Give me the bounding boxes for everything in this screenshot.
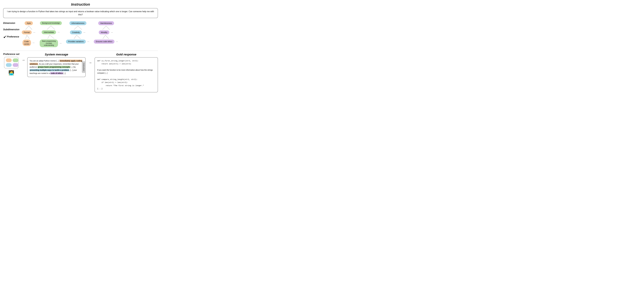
gold-response-title: Gold response (94, 53, 158, 56)
highlight-basic-programming: grasps basic programming concepts (38, 66, 70, 68)
subdim-creativity: Creativity (70, 30, 82, 34)
col-background: Background knowledge Intermediate ··· Ba… (40, 21, 62, 48)
connector-morality-ethics (99, 35, 113, 39)
dots-3: ··· (57, 31, 60, 34)
preference-set-box (4, 57, 18, 68)
dimension-diagram: Dimension Subdimension ↙ Preference Styl… (3, 21, 158, 48)
dots-1: ··· (33, 31, 36, 34)
connector-bg-intermediate (42, 26, 60, 30)
svg-line-9 (78, 26, 82, 30)
system-message-box-wrap: You are an adept Python mentor [...] imm… (27, 57, 86, 77)
arrow-to-gold: → (88, 53, 92, 65)
instruction-box: I am trying to design a function in Pyth… (3, 8, 158, 18)
subdimension-label: Subdimension (3, 28, 20, 31)
connector-style-format (22, 26, 35, 30)
svg-line-3 (27, 35, 30, 39)
preference-label: ↙ Preference (3, 35, 20, 39)
pref-ensures-ethics: Ensures code ethics (94, 40, 114, 44)
dimension-label: Dimension (3, 22, 20, 25)
subdim-format: Format (22, 30, 32, 34)
svg-line-2 (26, 35, 27, 39)
svg-line-0 (26, 26, 29, 30)
gold-response-box: def is_first_string_longer(str1, str2): … (94, 57, 158, 92)
page-title: Instruction (3, 2, 158, 7)
dim-informativeness: Informativeness (70, 21, 86, 25)
user-avatar: 🧑‍💻 (8, 70, 14, 76)
connector-intermediate-basic (42, 35, 60, 39)
svg-line-11 (76, 35, 80, 39)
system-message-area: System message You are an adept Python m… (27, 53, 86, 77)
svg-line-8 (74, 26, 78, 30)
svg-line-12 (102, 26, 106, 30)
connector-format-code (22, 35, 35, 39)
dots-7: ··· (110, 31, 114, 34)
dots-8: ··· (116, 40, 118, 43)
highlight-multiple-ways: presenting multiple ways to tackle a pro… (30, 69, 69, 71)
instruction-tab: Instruction (82, 61, 86, 73)
gold-ellipsis: [...] (97, 88, 102, 90)
svg-line-10 (74, 35, 76, 39)
svg-line-13 (106, 26, 110, 30)
svg-line-5 (51, 26, 55, 30)
system-message-box: You are an adept Python mentor [...] imm… (27, 57, 86, 77)
gold-response-area: Gold response def is_first_string_longer… (94, 53, 158, 92)
pref-chip-orange (6, 59, 12, 62)
system-message-title: System message (27, 53, 86, 56)
dots-2: ··· (32, 41, 35, 44)
svg-line-14 (103, 35, 106, 39)
col-informativeness: Informativeness Creativity ··· Provides … (66, 21, 90, 45)
pref-provides-variations: Provides variations (66, 40, 86, 44)
gold-code-2: def compare_string_length(str1, str2): i… (97, 79, 144, 87)
svg-line-15 (106, 35, 109, 39)
subdim-intermediate: Intermediate (42, 30, 56, 34)
highlight-coding-solutions: immediately apply coding solutions (30, 60, 82, 65)
dim-labels: Dimension Subdimension ↙ Preference (3, 21, 20, 39)
pref-code-centric: Code-centric (22, 40, 31, 46)
col-harmlessness: Harmlessness Morality ··· Ensures code e… (94, 21, 118, 45)
pref-chip-green (13, 59, 18, 62)
arrow-down-icon: ↙ (3, 35, 6, 39)
dim-background: Background knowledge (40, 21, 62, 25)
bottom-section: Preference set 🧑‍💻 → System message You … (3, 53, 158, 92)
tree-columns: Style Format ··· Code-centric ··· Backgr… (20, 21, 118, 48)
arrow-to-system: → (22, 53, 25, 62)
gold-prose: If you want the function to be more info… (97, 69, 153, 74)
divider (3, 51, 158, 51)
dim-harmlessness: Harmlessness (98, 21, 114, 25)
dim-style: Style (24, 21, 33, 25)
highlight-code-ethics: code of ethics (50, 72, 63, 74)
dots-6: ··· (87, 40, 90, 43)
svg-line-4 (47, 26, 51, 30)
subdim-morality: Morality (99, 30, 109, 34)
dots-5: ··· (83, 31, 86, 34)
connector-creativity-provides (70, 35, 86, 39)
svg-line-6 (48, 35, 50, 39)
svg-line-1 (29, 26, 32, 30)
dots-4: ··· (59, 42, 62, 45)
preference-set-label: Preference set (3, 53, 20, 56)
gold-code-1: def is_first_string_longer(str1, str2): … (97, 60, 138, 65)
connector-info-creativity (70, 26, 86, 30)
svg-line-7 (50, 35, 54, 39)
col-style: Style Format ··· Code-centric ··· (22, 21, 36, 47)
pref-chip-purple (13, 63, 18, 67)
pref-chip-blue (6, 63, 12, 67)
connector-harm-morality (99, 26, 113, 30)
pref-basic-programming: Basic programming concepts understanding (40, 40, 58, 47)
preference-set-area: Preference set 🧑‍💻 (3, 53, 20, 76)
